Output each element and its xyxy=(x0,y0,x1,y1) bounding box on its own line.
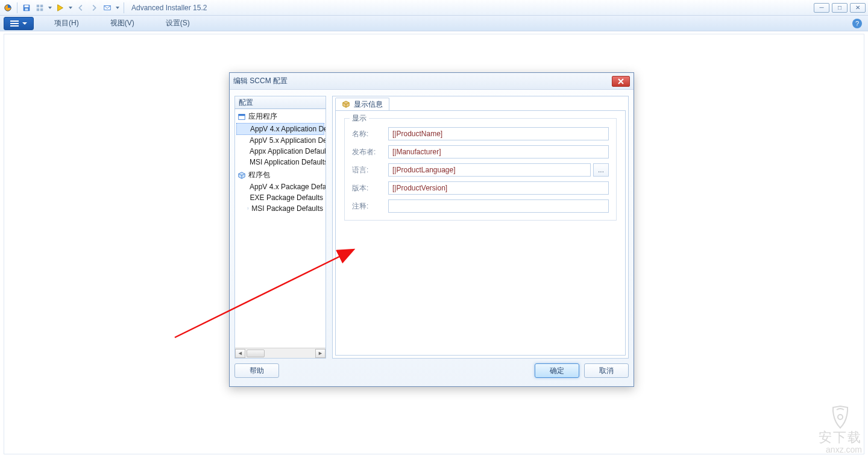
field-row-name: 名称: xyxy=(352,127,609,140)
tree-item-label: EXE Package Defaults xyxy=(250,193,323,202)
help-icon[interactable]: ? xyxy=(852,19,862,28)
field-label-comment: 注释: xyxy=(352,201,388,212)
minimize-button[interactable]: ─ xyxy=(814,3,829,13)
tree-item-msi-pkg[interactable]: MSI Package Defaults xyxy=(235,203,326,214)
field-row-language: 语言: ... xyxy=(352,163,609,177)
forward-icon[interactable] xyxy=(89,2,99,13)
dialog-titlebar: 编辑 SCCM 配置 xyxy=(230,73,634,90)
group-legend: 显示 xyxy=(350,113,369,124)
mail-dropdown-icon[interactable] xyxy=(115,2,120,13)
scroll-left-icon[interactable]: ◄ xyxy=(235,349,245,358)
tree-item-label: MSI Package Defaults xyxy=(251,204,323,213)
maximize-button[interactable]: □ xyxy=(832,3,848,13)
tab-content: 显示 名称: 发布者: 语言: ... xyxy=(335,110,626,356)
app-icon xyxy=(2,2,13,13)
ok-button[interactable]: 确定 xyxy=(535,363,579,378)
comment-input[interactable] xyxy=(388,199,609,213)
svg-rect-4 xyxy=(37,4,39,7)
publisher-input[interactable] xyxy=(388,145,609,158)
run-dropdown-icon[interactable] xyxy=(68,2,73,13)
scroll-thumb[interactable] xyxy=(247,350,265,357)
qat-separator-2 xyxy=(124,2,124,13)
field-row-publisher: 发布者: xyxy=(352,145,609,158)
dialog-body: 配置 应用程序 AppV 4.x Application Defaults Ap… xyxy=(234,96,629,359)
tree-item-appx-app[interactable]: Appx Application Defaults xyxy=(235,146,326,157)
svg-rect-6 xyxy=(37,8,39,10)
tree-item-appv5-app[interactable]: AppV 5.x Application Defaults xyxy=(235,135,326,146)
app-title: Advanced Installer 15.2 xyxy=(131,4,207,12)
dialog-title: 编辑 SCCM 配置 xyxy=(233,76,288,86)
detail-pane: 显示信息 显示 名称: 发布者: 语言: xyxy=(332,96,629,359)
svg-rect-7 xyxy=(40,8,43,10)
back-icon[interactable] xyxy=(75,2,86,13)
help-button[interactable]: 帮助 xyxy=(234,363,279,378)
field-label-version: 版本: xyxy=(352,183,388,193)
options-icon[interactable] xyxy=(34,2,45,13)
svg-rect-5 xyxy=(40,4,43,7)
menu-bar: 项目(H) 视图(V) 设置(S) ? xyxy=(0,16,868,31)
language-input[interactable] xyxy=(388,163,591,177)
tree-section-label: 应用程序 xyxy=(248,111,277,122)
tree-section-applications[interactable]: 应用程序 xyxy=(235,109,326,123)
tab-display-info[interactable]: 显示信息 xyxy=(335,98,389,111)
field-label-publisher: 发布者: xyxy=(352,147,388,157)
tree-item-msi-app[interactable]: MSI Application Defaults xyxy=(235,157,326,168)
tree-item-label: AppV 4.x Application Defaults xyxy=(250,125,326,133)
tree-item-label: AppV 4.x Package Defaults xyxy=(250,183,326,191)
menu-project[interactable]: 项目(H) xyxy=(39,18,95,28)
tree-item-appv4-app[interactable]: AppV 4.x Application Defaults xyxy=(236,123,324,135)
qat-dropdown-icon[interactable] xyxy=(48,2,52,13)
version-input[interactable] xyxy=(388,181,609,195)
config-tree: 应用程序 AppV 4.x Application Defaults AppV … xyxy=(234,109,326,359)
hamburger-icon xyxy=(10,20,19,27)
menu-settings[interactable]: 设置(S) xyxy=(150,18,206,28)
run-icon[interactable] xyxy=(55,2,66,13)
mail-icon[interactable] xyxy=(102,2,113,13)
tree-section-label: 程序包 xyxy=(248,170,270,180)
file-menu-button[interactable] xyxy=(4,17,34,30)
tree-item-label: AppV 5.x Application Defaults xyxy=(250,136,326,145)
tree-item-exe-pkg[interactable]: EXE Package Defaults xyxy=(235,192,326,203)
save-icon[interactable] xyxy=(21,2,32,13)
dialog-footer: 帮助 确定 取消 xyxy=(234,363,629,380)
menu-view[interactable]: 视图(V) xyxy=(95,18,150,28)
tree-item-label: MSI Application Defaults xyxy=(250,158,326,166)
close-button[interactable]: ✕ xyxy=(850,3,866,13)
window-controls: ─ □ ✕ xyxy=(814,3,866,13)
tab-strip: 显示信息 xyxy=(335,98,389,111)
svg-rect-10 xyxy=(239,114,245,116)
chevron-down-icon xyxy=(22,22,27,25)
tree-item-label: Appx Application Defaults xyxy=(250,147,326,155)
display-group: 显示 名称: 发布者: 语言: ... xyxy=(344,118,617,221)
quick-access-toolbar xyxy=(2,2,125,13)
config-tree-header: 配置 xyxy=(234,96,326,109)
field-row-version: 版本: xyxy=(352,181,609,195)
language-browse-button[interactable]: ... xyxy=(593,163,609,177)
tree-item-appv4-pkg[interactable]: AppV 4.x Package Defaults xyxy=(235,181,326,192)
name-input[interactable] xyxy=(388,127,609,140)
field-row-comment: 注释: xyxy=(352,199,609,213)
scroll-right-icon[interactable]: ► xyxy=(315,349,326,358)
tab-label: 显示信息 xyxy=(354,99,383,110)
config-tree-pane: 配置 应用程序 AppV 4.x Application Defaults Ap… xyxy=(234,96,326,359)
dialog-close-button[interactable] xyxy=(612,76,630,87)
tree-section-packages[interactable]: 程序包 xyxy=(235,168,326,181)
sccm-dialog: 编辑 SCCM 配置 配置 应用程序 AppV 4.x Application … xyxy=(229,72,634,387)
svg-rect-3 xyxy=(25,8,28,10)
cancel-button[interactable]: 取消 xyxy=(584,363,629,378)
tree-horizontal-scrollbar[interactable]: ◄ ► xyxy=(235,348,326,358)
qat-separator xyxy=(17,2,17,13)
svg-rect-2 xyxy=(25,5,29,7)
title-bar: Advanced Installer 15.2 ─ □ ✕ xyxy=(0,0,868,16)
field-label-name: 名称: xyxy=(352,129,388,139)
field-label-language: 语言: xyxy=(352,165,388,175)
